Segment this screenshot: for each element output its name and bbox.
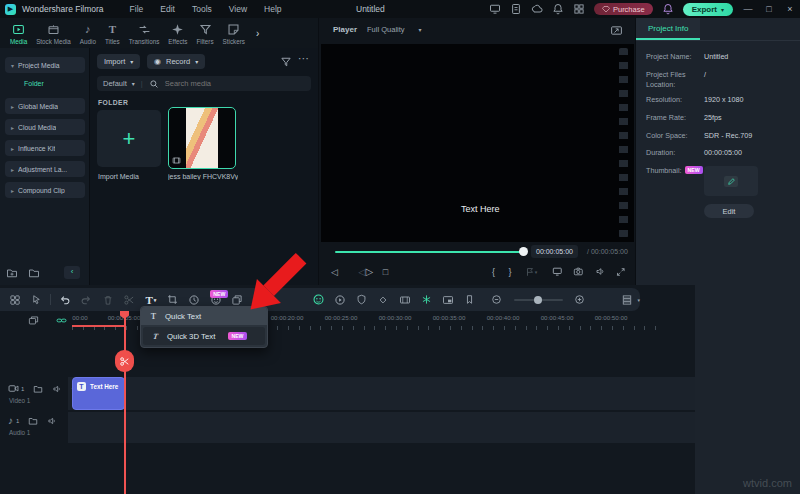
ai-effects-button[interactable] xyxy=(415,294,437,305)
sidebar-item-influence-kit[interactable]: ▸Influence Kit xyxy=(5,140,85,156)
crop-button[interactable] xyxy=(162,294,184,305)
mask-button[interactable]: NEW xyxy=(205,294,227,306)
tab-project-info[interactable]: Project Info xyxy=(636,18,700,40)
tab-stock-media[interactable]: Stock Media xyxy=(36,21,71,45)
mask-shield-button[interactable] xyxy=(351,294,373,305)
render-preview-button[interactable] xyxy=(394,294,416,306)
play-button[interactable]: ▷ xyxy=(366,266,383,277)
search-input[interactable] xyxy=(165,79,275,88)
media-thumbnail[interactable] xyxy=(168,107,236,169)
ai-portrait-button[interactable] xyxy=(308,293,330,306)
menu-tools[interactable]: Tools xyxy=(192,4,212,14)
tab-media[interactable]: Media xyxy=(10,21,27,45)
zoom-in-button[interactable] xyxy=(569,294,591,305)
tabbar-more-chevron-icon[interactable]: › xyxy=(256,28,259,39)
tab-audio[interactable]: ♪ Audio xyxy=(80,21,96,45)
tab-transitions[interactable]: Transitions xyxy=(129,21,160,45)
minimize-button[interactable]: — xyxy=(742,4,754,14)
menu-view[interactable]: View xyxy=(229,4,247,14)
stop-button[interactable]: □ xyxy=(383,267,400,277)
dual-display-icon[interactable] xyxy=(552,266,563,277)
media-layout-button[interactable] xyxy=(4,294,26,306)
edit-thumbnail-button[interactable]: Edit xyxy=(704,204,754,218)
undo-button[interactable] xyxy=(54,294,76,306)
previous-frame-button[interactable]: ◁ xyxy=(331,267,348,277)
import-button[interactable]: Import ▾ xyxy=(97,54,140,69)
playhead[interactable] xyxy=(124,312,126,494)
tab-filters[interactable]: Filters xyxy=(196,21,213,45)
collapse-sidebar-button[interactable]: ‹ xyxy=(64,266,80,279)
sidebar-item-project-media[interactable]: ▾Project Media xyxy=(5,57,85,73)
menu-help[interactable]: Help xyxy=(264,4,281,14)
video-track-lane[interactable] xyxy=(68,377,695,410)
new-folder-icon[interactable] xyxy=(6,267,18,279)
sidebar-item-compound-clip[interactable]: ▸Compound Clip xyxy=(5,182,85,198)
pip-button[interactable] xyxy=(437,294,459,306)
preview-text-overlay[interactable]: Text Here xyxy=(461,204,500,214)
display-icon[interactable] xyxy=(489,3,501,15)
mark-out-button[interactable]: } xyxy=(508,267,524,277)
flag-button[interactable]: ▾ xyxy=(525,267,548,277)
timeline-text-clip[interactable]: T Text Here xyxy=(72,377,125,410)
split-button[interactable] xyxy=(119,294,141,306)
snapshot-track-icon[interactable] xyxy=(28,315,39,326)
snapshot-camera-icon[interactable] xyxy=(573,266,584,277)
volume-icon[interactable] xyxy=(595,266,606,277)
zoom-out-button[interactable] xyxy=(486,294,508,305)
delete-button[interactable] xyxy=(97,294,119,306)
seek-handle[interactable] xyxy=(519,247,528,256)
menu-edit[interactable]: Edit xyxy=(160,4,175,14)
apps-icon[interactable] xyxy=(573,3,585,15)
redo-button[interactable] xyxy=(76,294,98,306)
fit-preview-icon[interactable] xyxy=(610,24,623,37)
zoom-slider-handle[interactable] xyxy=(534,296,542,304)
promo-bell-icon[interactable] xyxy=(662,3,674,15)
seek-bar[interactable] xyxy=(335,251,523,253)
folder-icon[interactable] xyxy=(28,267,40,279)
timeline-ruler[interactable]: 00:00 00:00:05:00 00:00:20:00 00:00:25:0… xyxy=(0,311,695,331)
select-tool-button[interactable] xyxy=(26,294,48,305)
quick-text-tool-button[interactable]: T▾ xyxy=(140,294,162,306)
quality-dropdown[interactable]: Full Quality ▾ xyxy=(367,25,422,34)
menu-item-quick-text[interactable]: T Quick Text xyxy=(141,307,267,325)
more-options-icon[interactable]: ⋯ xyxy=(298,52,309,65)
sidebar-item-cloud-media[interactable]: ▸Cloud Media xyxy=(5,119,85,135)
video-preview[interactable]: Text Here xyxy=(321,44,634,242)
speed-button[interactable] xyxy=(183,294,205,306)
keyframe-button[interactable] xyxy=(372,295,394,305)
fullscreen-icon[interactable] xyxy=(616,267,626,277)
motion-track-button[interactable] xyxy=(329,294,351,306)
marker-button[interactable] xyxy=(459,294,481,305)
maximize-button[interactable]: □ xyxy=(763,4,775,14)
video-lock-folder-icon[interactable] xyxy=(33,384,43,394)
cloud-icon[interactable] xyxy=(531,3,543,15)
filter-media-icon[interactable] xyxy=(280,56,292,68)
sidebar-item-folder[interactable]: Folder xyxy=(24,80,44,87)
video-mute-icon[interactable] xyxy=(52,384,62,394)
tab-stickers[interactable]: Stickers xyxy=(223,21,245,45)
notification-icon[interactable] xyxy=(552,3,564,15)
save-project-icon[interactable] xyxy=(510,3,522,15)
sidebar-item-global-media[interactable]: ▸Global Media xyxy=(5,98,85,114)
import-media-tile[interactable]: + xyxy=(97,110,161,167)
record-button[interactable]: ◉ Record ▾ xyxy=(147,54,205,69)
link-clips-icon[interactable] xyxy=(56,315,67,326)
purchase-button[interactable]: Purchase xyxy=(594,3,653,15)
menu-item-quick-3d-text[interactable]: T Quick 3D Text NEW xyxy=(143,327,265,345)
audio-track-lane[interactable] xyxy=(68,412,695,443)
audio-mute-icon[interactable] xyxy=(47,416,57,426)
compound-clip-button[interactable] xyxy=(226,294,248,306)
timeline-zoom-slider[interactable] xyxy=(514,299,563,301)
mark-in-button[interactable]: { xyxy=(492,267,508,277)
menu-file[interactable]: File xyxy=(130,4,144,14)
sidebar-item-adjustment-layer[interactable]: ▸Adjustment La... xyxy=(5,161,85,177)
split-at-playhead-button[interactable] xyxy=(115,350,134,372)
export-button[interactable]: Export ▾ xyxy=(683,3,733,16)
track-manager-caret-icon[interactable]: ▾ xyxy=(638,297,641,303)
play-reverse-button[interactable]: ▷ xyxy=(348,267,365,277)
track-manager-button[interactable] xyxy=(616,294,638,306)
tab-effects[interactable]: Effects xyxy=(168,21,187,45)
audio-lock-folder-icon[interactable] xyxy=(28,416,38,426)
tab-titles[interactable]: T Titles xyxy=(105,21,120,45)
sort-dropdown[interactable]: Default ▾ xyxy=(103,79,135,88)
